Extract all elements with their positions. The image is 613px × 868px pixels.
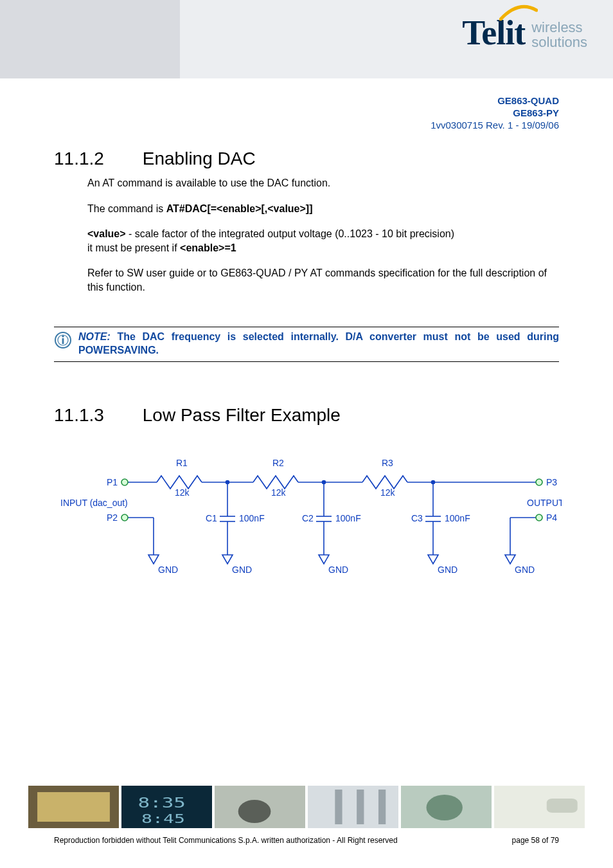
svg-marker-27 xyxy=(148,555,159,564)
label-R3v: 12k xyxy=(380,487,396,498)
label-R1v: 12k xyxy=(175,487,190,498)
svg-point-33 xyxy=(121,514,128,521)
svg-point-35 xyxy=(536,514,542,521)
section-number: 11.1.2 xyxy=(54,147,138,171)
info-icon xyxy=(54,331,72,349)
svg-marker-28 xyxy=(222,555,233,564)
value-token: <value> xyxy=(87,228,126,239)
label-C2v: 100nF xyxy=(335,513,361,523)
footer-copyright: Reproduction forbidden without Telit Com… xyxy=(54,836,398,845)
para-4: Refer to SW user guide or to GE863-QUAD … xyxy=(87,266,559,294)
note-box: NOTE: The DAC frequency is selected inte… xyxy=(54,327,559,362)
footer-thumb-4 xyxy=(308,786,398,828)
svg-point-34 xyxy=(536,479,542,485)
label-C2: C2 xyxy=(302,513,314,523)
logo-tag-2: solutions xyxy=(531,35,587,50)
section-11-1-3-heading: 11.1.3 Low Pass Filter Example xyxy=(54,403,559,428)
section-number-2: 11.1.3 xyxy=(54,403,138,428)
note-body: The DAC frequency is selected internally… xyxy=(78,331,559,356)
circuit-svg: R1 R2 R3 12k 12k 12k C1 C2 C3 100nF 100n… xyxy=(60,447,562,588)
svg-text:8:35: 8:35 xyxy=(138,795,186,811)
footer-thumb-5 xyxy=(401,786,492,828)
footer-thumb-1 xyxy=(28,786,119,828)
note-label: NOTE: xyxy=(78,331,111,342)
label-output: OUTPUT xyxy=(527,498,562,508)
para-2a: The command is xyxy=(87,203,166,214)
svg-rect-37 xyxy=(37,792,110,822)
revision-line: 1vv0300715 Rev. 1 - 19/09/06 xyxy=(0,120,559,132)
logo-text: Telit xyxy=(462,13,525,53)
gnd-1: GND xyxy=(158,565,178,575)
footer-image-strip: 8:358:45 xyxy=(28,786,585,828)
label-R2: R2 xyxy=(272,458,284,468)
svg-marker-31 xyxy=(505,555,515,564)
section-11-1-2-heading: 11.1.2 Enabling DAC xyxy=(54,147,559,171)
svg-text:8:45: 8:45 xyxy=(141,811,185,826)
svg-rect-50 xyxy=(547,799,578,813)
telit-logo: Telit wireless solutions xyxy=(462,13,587,53)
value-desc: - scale factor of the integrated output … xyxy=(126,228,454,239)
label-input: INPUT (dac_out) xyxy=(60,498,128,508)
footer-line: Reproduction forbidden without Telit Com… xyxy=(54,836,559,845)
enable-token: <enable>=1 xyxy=(180,242,236,253)
label-C1: C1 xyxy=(206,513,217,523)
svg-rect-44 xyxy=(335,790,342,824)
label-P4: P4 xyxy=(546,512,557,523)
label-C3: C3 xyxy=(411,513,423,523)
svg-marker-29 xyxy=(319,555,329,564)
header-banner: Telit wireless solutions xyxy=(0,0,613,78)
low-pass-filter-diagram: R1 R2 R3 12k 12k 12k C1 C2 C3 100nF 100n… xyxy=(60,447,559,592)
label-P3: P3 xyxy=(546,477,557,487)
product-line-2: GE863-PY xyxy=(0,107,559,120)
label-C3v: 100nF xyxy=(445,513,470,523)
svg-rect-2 xyxy=(62,338,64,344)
footer-thumb-3 xyxy=(215,786,305,828)
label-P2: P2 xyxy=(107,512,118,523)
svg-point-48 xyxy=(426,795,462,820)
label-P1: P1 xyxy=(107,477,118,487)
para-1: An AT command is available to use the DA… xyxy=(87,176,559,190)
svg-rect-46 xyxy=(378,790,386,824)
logo-tag-1: wireless xyxy=(531,20,587,35)
label-R1: R1 xyxy=(176,458,188,468)
value-cond-a: it must be present if xyxy=(87,242,180,253)
note-text: NOTE: The DAC frequency is selected inte… xyxy=(78,330,559,357)
banner-block-left xyxy=(0,0,180,78)
gnd-2: GND xyxy=(232,565,252,575)
footer-page: page 58 of 79 xyxy=(512,836,559,845)
gnd-4: GND xyxy=(438,565,458,575)
svg-rect-45 xyxy=(357,790,364,824)
gnd-5: GND xyxy=(515,565,535,575)
para-2: The command is AT#DAC[=<enable>[,<value>… xyxy=(87,202,559,216)
page-content: 11.1.2 Enabling DAC An AT command is ava… xyxy=(0,131,613,592)
gnd-3: GND xyxy=(328,565,348,575)
label-R2v: 12k xyxy=(271,487,287,498)
section-title-2: Low Pass Filter Example xyxy=(143,405,341,425)
footer-thumb-6 xyxy=(494,786,585,828)
label-R3: R3 xyxy=(382,458,393,468)
at-command: AT#DAC[=<enable>[,<value>]] xyxy=(166,203,313,214)
section-title: Enabling DAC xyxy=(143,149,256,168)
footer-thumb-2: 8:358:45 xyxy=(121,786,212,828)
para-3: <value> - scale factor of the integrated… xyxy=(87,227,559,255)
product-line-1: GE863-QUAD xyxy=(0,95,559,107)
svg-point-42 xyxy=(238,800,271,823)
svg-point-3 xyxy=(62,335,64,338)
label-C1v: 100nF xyxy=(239,513,265,523)
svg-marker-30 xyxy=(428,555,438,564)
doc-header: GE863-QUAD GE863-PY 1vv0300715 Rev. 1 - … xyxy=(0,78,613,131)
logo-tagline: wireless solutions xyxy=(531,20,587,50)
logo-swoosh-icon xyxy=(499,4,538,21)
svg-point-32 xyxy=(121,479,128,485)
